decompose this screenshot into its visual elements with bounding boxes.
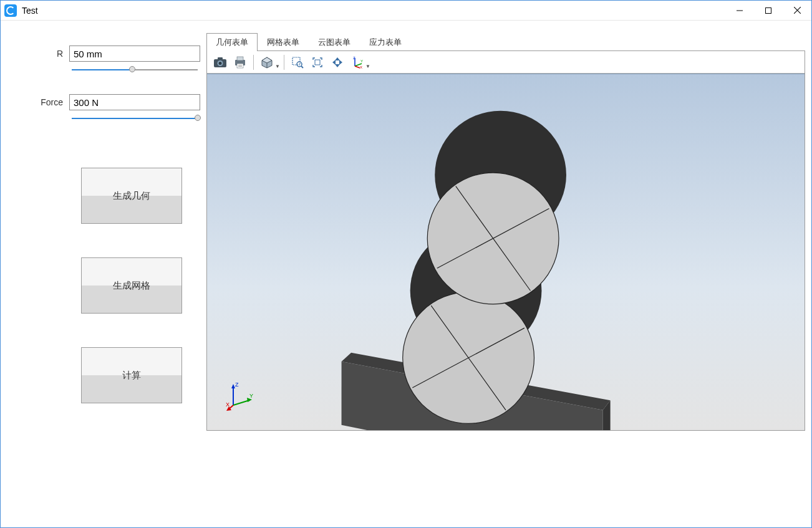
param-r-input[interactable] [69,46,200,62]
shade-mode-icon[interactable] [258,53,276,72]
axis-x-label: X [226,401,230,408]
tab-geometry[interactable]: 几何表单 [206,33,258,51]
viewport-3d[interactable]: Z Y X [207,74,805,430]
print-icon[interactable] [231,53,249,72]
close-button[interactable] [783,1,811,21]
main-area: 几何表单 网格表单 云图表单 应力表单 ▼ [206,33,805,521]
camera-icon[interactable] [211,53,230,72]
param-r-label: R [7,49,69,59]
zoom-box-icon[interactable] [288,53,307,72]
tab-stress[interactable]: 应力表单 [360,33,411,51]
viewer-toolbar: ▼ [207,51,805,74]
svg-rect-16 [292,57,300,65]
app-icon [4,4,17,17]
titlebar: Test [1,1,811,21]
svg-rect-5 [218,57,223,60]
slider-thumb[interactable] [129,66,135,72]
axis-triad: Z Y X [226,380,257,411]
svg-point-17 [297,62,302,67]
window-title: Test [22,6,38,16]
svg-line-18 [301,66,303,68]
viewer-frame: ▼ [206,50,805,431]
svg-marker-21 [335,64,340,67]
svg-rect-9 [237,57,243,60]
fit-view-icon[interactable] [308,53,327,72]
tabs: 几何表单 网格表单 云图表单 应力表单 [206,33,805,50]
toolbar-separator [284,55,284,70]
svg-marker-22 [332,60,336,65]
param-force-input[interactable] [69,94,200,110]
tab-contour[interactable]: 云图表单 [309,33,360,51]
svg-marker-23 [339,60,342,65]
slider-fill [72,69,135,70]
rotate-view-icon[interactable] [328,53,347,72]
svg-point-7 [219,62,222,65]
param-r-slider[interactable] [69,64,200,75]
action-buttons: 生成几何 生成网格 计算 [7,168,200,403]
slider-fill [72,118,200,119]
maximize-button[interactable] [754,1,783,21]
svg-text:Z: Z [353,56,355,60]
slider-thumb[interactable] [195,115,201,121]
minimize-button[interactable] [725,1,754,21]
svg-rect-10 [237,64,243,68]
window-controls [725,1,811,21]
svg-line-43 [233,400,249,405]
tab-mesh[interactable]: 网格表单 [258,33,309,51]
toolbar-separator [253,55,254,70]
generate-geometry-button[interactable]: 生成几何 [81,168,182,224]
param-force-row: Force [7,94,200,110]
axes-orientation-dropdown[interactable]: Z Y X ▼ [348,53,370,72]
svg-rect-1 [766,7,771,13]
shade-mode-dropdown[interactable]: ▼ [258,53,280,72]
svg-text:Y: Y [360,59,363,63]
param-force-slider[interactable] [69,113,200,124]
sidebar: R Force 生成几何 生成网格 计算 [7,33,206,521]
generate-mesh-button[interactable]: 生成网格 [81,257,182,314]
svg-line-28 [355,66,360,68]
geometry-scene [207,74,805,430]
compute-button[interactable]: 计算 [81,347,182,403]
svg-text:X: X [360,65,362,69]
axis-y-label: Y [249,393,253,399]
axes-icon[interactable]: Z Y X [348,53,367,72]
param-force-label: Force [7,97,69,107]
content-area: R Force 生成几何 生成网格 计算 几何表单 网格表单 云图表单 [1,21,811,527]
param-r-row: R [7,46,200,62]
svg-marker-20 [335,57,340,60]
svg-rect-19 [315,60,320,65]
axis-z-label: Z [235,382,239,388]
